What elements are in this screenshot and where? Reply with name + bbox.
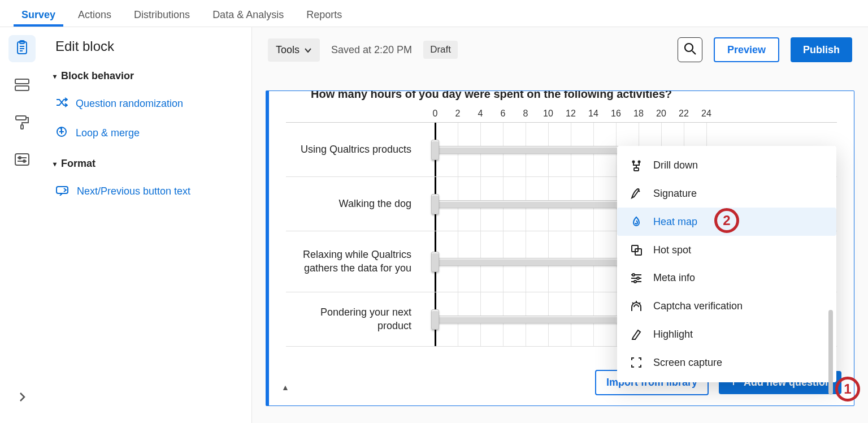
caret-down-icon: ▾ xyxy=(53,72,57,80)
tools-label: Tools xyxy=(276,44,300,56)
svg-rect-8 xyxy=(21,125,23,129)
qtype-item-label: Heat map xyxy=(653,216,697,228)
section-block-behavior[interactable]: ▾ Block behavior xyxy=(53,70,236,82)
editor-area: Tools Saved at 2:20 PM Draft Preview Pub… xyxy=(252,27,868,423)
slider-row-label: Pondering your next product xyxy=(286,297,424,342)
preview-button[interactable]: Preview xyxy=(714,37,779,62)
axis-tick: 6 xyxy=(492,109,514,119)
section-label: Block behavior xyxy=(61,70,134,82)
qtype-item-captcha[interactable]: Captcha verification xyxy=(617,292,836,320)
screencap-icon xyxy=(630,356,643,369)
svg-rect-7 xyxy=(16,116,26,120)
svg-point-23 xyxy=(639,161,640,162)
question-title[interactable]: How many hours of you day were spent on … xyxy=(269,90,854,105)
link-question-randomization[interactable]: Question randomization xyxy=(53,92,236,115)
link-label: Question randomization xyxy=(76,98,183,110)
slider-axis: 0 2 4 6 8 10 12 14 16 18 20 22 24 xyxy=(424,109,837,119)
tab-actions[interactable]: Actions xyxy=(70,2,119,27)
svg-rect-24 xyxy=(634,168,639,171)
qtype-item-metainfo[interactable]: Meta info xyxy=(617,264,836,292)
axis-tick: 10 xyxy=(537,109,559,119)
qtype-item-label: Hot spot xyxy=(653,244,691,256)
qtype-item-label: Meta info xyxy=(653,272,695,284)
axis-tick: 8 xyxy=(514,109,537,119)
paint-roller-icon xyxy=(15,115,29,132)
editor-toolbar: Tools Saved at 2:20 PM Draft Preview Pub… xyxy=(252,27,868,68)
shuffle-icon xyxy=(55,97,68,111)
rail-expand[interactable] xyxy=(8,385,36,412)
callout-1: 1 xyxy=(835,377,860,402)
tools-button[interactable]: Tools xyxy=(268,38,320,62)
axis-tick: 14 xyxy=(582,109,605,119)
slider-handle[interactable] xyxy=(431,309,439,330)
axis-tick: 2 xyxy=(446,109,469,119)
rail-item-block[interactable] xyxy=(8,72,36,100)
rail-item-survey[interactable] xyxy=(8,35,36,62)
tab-distributions[interactable]: Distributions xyxy=(126,2,198,27)
callout-2: 2 xyxy=(714,208,739,233)
heatmap-icon xyxy=(630,215,643,228)
qtype-item-hotspot[interactable]: Hot spot xyxy=(617,236,836,264)
tab-data-analysis[interactable]: Data & Analysis xyxy=(205,2,292,27)
qtype-item-label: Screen capture xyxy=(653,357,722,369)
slider-row-label: Relaxing while Qualtrics gathers the dat… xyxy=(286,239,424,284)
publish-button[interactable]: Publish xyxy=(791,37,852,62)
link-label: Loop & merge xyxy=(76,127,140,139)
link-loop-merge[interactable]: Loop & merge xyxy=(53,121,236,145)
chevron-right-icon xyxy=(18,392,26,404)
hotspot-icon xyxy=(630,244,643,256)
rail-item-look[interactable] xyxy=(8,110,36,137)
slider-row-label: Using Qualtrics products xyxy=(286,134,424,165)
axis-tick: 4 xyxy=(469,109,492,119)
qtype-item-highlight[interactable]: Highlight xyxy=(617,320,836,348)
panel-title: Edit block xyxy=(55,38,236,54)
axis-tick: 20 xyxy=(650,109,672,119)
svg-rect-5 xyxy=(15,79,29,84)
rail-item-options[interactable] xyxy=(8,147,36,174)
slider-handle[interactable] xyxy=(431,140,439,160)
captcha-icon xyxy=(630,300,643,312)
link-nav-button-text[interactable]: Next/Previous button text xyxy=(53,180,236,203)
qtype-item-label: Highlight xyxy=(653,329,693,340)
section-label: Format xyxy=(61,158,96,170)
axis-tick: 0 xyxy=(424,109,446,119)
axis-tick: 24 xyxy=(695,109,718,119)
svg-point-22 xyxy=(633,161,635,162)
clipboard-icon xyxy=(15,40,29,57)
main-tabs: Survey Actions Distributions Data & Anal… xyxy=(0,0,868,27)
axis-tick: 12 xyxy=(559,109,582,119)
link-label: Next/Previous button text xyxy=(77,185,190,197)
scrollbar-thumb[interactable] xyxy=(828,310,833,395)
saved-status: Saved at 2:20 PM xyxy=(331,44,412,56)
qtype-item-label: Signature xyxy=(653,188,697,200)
slider-handle[interactable] xyxy=(431,194,439,214)
svg-line-19 xyxy=(692,51,696,54)
svg-point-18 xyxy=(685,44,693,51)
qtype-item-signature[interactable]: Signature xyxy=(617,179,836,208)
svg-rect-6 xyxy=(15,86,29,90)
drilldown-icon xyxy=(630,160,643,171)
tab-reports[interactable]: Reports xyxy=(298,2,350,27)
qtype-item-label: Captcha verification xyxy=(653,300,743,312)
qtype-item-label: Drill down xyxy=(653,159,698,171)
search-button[interactable] xyxy=(678,37,702,62)
svg-point-30 xyxy=(632,274,635,276)
axis-tick: 18 xyxy=(627,109,650,119)
section-format[interactable]: ▾ Format xyxy=(53,158,236,170)
options-icon xyxy=(15,153,29,168)
block-icon xyxy=(15,79,29,93)
svg-rect-9 xyxy=(15,154,29,165)
slider-row-label: Walking the dog xyxy=(286,188,424,219)
qtype-item-screencap[interactable]: Screen capture xyxy=(617,348,836,377)
slider-handle[interactable] xyxy=(431,252,439,272)
draft-chip: Draft xyxy=(423,41,458,59)
loop-icon xyxy=(55,126,68,141)
metainfo-icon xyxy=(630,273,643,284)
svg-line-34 xyxy=(632,303,633,304)
qtype-item-drilldown[interactable]: Drill down xyxy=(617,152,836,179)
tab-survey[interactable]: Survey xyxy=(14,2,63,27)
signature-icon xyxy=(630,187,643,200)
chevron-down-icon xyxy=(304,44,312,56)
question-type-menu: Drill downSignatureHeat mapHot spotMeta … xyxy=(617,146,836,382)
svg-point-31 xyxy=(637,277,639,279)
